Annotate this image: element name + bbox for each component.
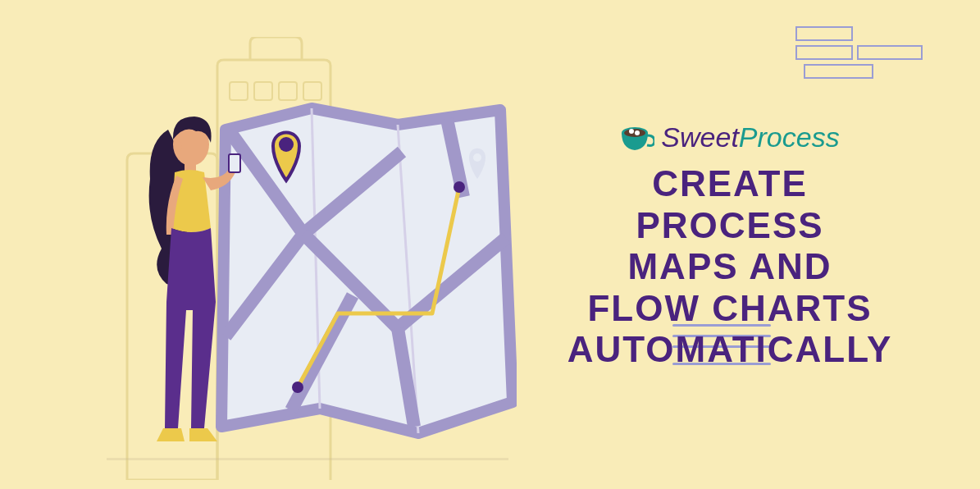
svg-point-15	[635, 130, 640, 135]
deco-rect	[795, 26, 853, 41]
svg-point-5	[454, 181, 465, 193]
svg-point-6	[473, 153, 481, 162]
person-holding-phone-illustration	[144, 105, 250, 458]
headline-line: MAPS AND	[554, 246, 906, 288]
svg-rect-11	[229, 154, 240, 172]
logo-word-process: Process	[739, 121, 840, 153]
brand-headline-block: SweetProcess CREATE PROCESS MAPS AND FLO…	[554, 121, 906, 371]
sweetprocess-logo: SweetProcess	[554, 121, 906, 153]
folded-map-illustration	[209, 90, 517, 443]
deco-rect	[795, 45, 853, 60]
deco-rect	[804, 64, 873, 79]
headline-line: CREATE	[554, 163, 906, 205]
decorative-rectangles	[767, 26, 931, 92]
svg-point-9	[174, 140, 182, 152]
svg-point-14	[629, 129, 634, 134]
logo-word-sweet: Sweet	[661, 121, 739, 153]
headline-text: CREATE PROCESS MAPS AND FLOW CHARTS AUTO…	[554, 163, 906, 371]
coffee-cup-icon	[620, 124, 654, 152]
logo-text: SweetProcess	[661, 121, 839, 153]
deco-rect	[857, 45, 923, 60]
svg-point-4	[292, 382, 303, 393]
svg-point-7	[279, 137, 294, 152]
headline-line: FLOW CHARTS	[554, 288, 906, 330]
headline-line: PROCESS	[554, 205, 906, 247]
ground-line	[107, 458, 508, 460]
headline-line: AUTOMATICALLY	[554, 329, 906, 371]
